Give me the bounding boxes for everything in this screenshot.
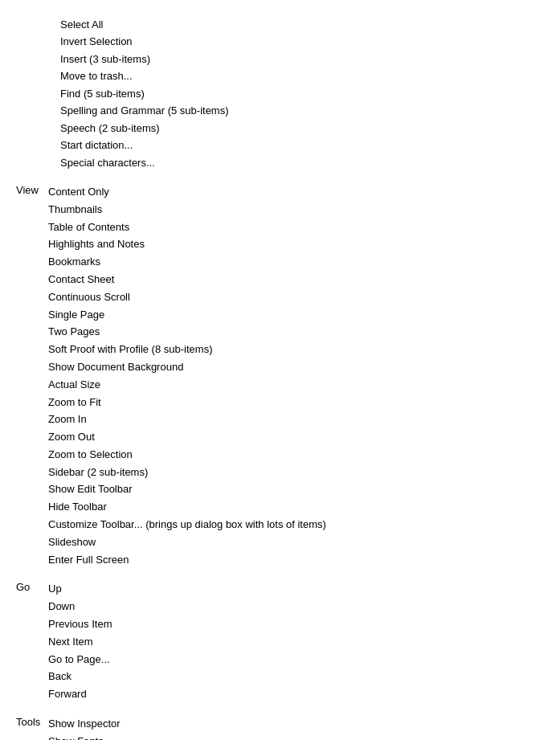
top-items-section: Select AllInvert SelectionInsert (3 sub-… (0, 16, 560, 171)
menu-item[interactable]: Down (48, 599, 112, 615)
menu-item[interactable]: Bookmarks (48, 254, 326, 271)
menu-section-view: ViewContent OnlyThumbnailsTable of Conte… (0, 184, 560, 569)
menu-item[interactable]: Single Page (48, 307, 326, 324)
menu-item[interactable]: Contact Sheet (48, 272, 326, 288)
menu-item[interactable]: Go to Page... (48, 652, 112, 668)
menu-section-tools: ToolsShow InspectorShow FontsShow Magnif… (0, 716, 560, 740)
menu-item[interactable]: Highlights and Notes (48, 236, 326, 253)
section-items: Show InspectorShow FontsShow MagnifierAd… (48, 716, 121, 740)
menu-item[interactable]: Zoom In (48, 411, 326, 428)
menu-item[interactable]: Show Inspector (48, 716, 121, 733)
menu-item[interactable]: Previous Item (48, 616, 112, 633)
menu-item[interactable]: Find (5 sub-items) (60, 85, 560, 102)
menu-item[interactable]: Move to trash... (60, 67, 560, 84)
menu-item[interactable]: Thumbnails (48, 202, 326, 219)
menu-item[interactable]: Content Only (48, 184, 326, 201)
menu-item[interactable]: Forward (48, 686, 112, 703)
menu-item[interactable]: Soft Proof with Profile (8 sub-items) (48, 341, 326, 358)
menu-item[interactable]: Zoom to Selection (48, 447, 326, 464)
menu-item[interactable]: Select All (60, 16, 560, 33)
section-items: Content OnlyThumbnailsTable of ContentsH… (48, 184, 326, 569)
section-label: Tools (0, 716, 48, 740)
section-label: View (0, 184, 48, 569)
menu-item[interactable]: Two Pages (48, 324, 326, 341)
menu-item[interactable]: Speech (2 sub-items) (60, 120, 560, 137)
menu-item[interactable]: Slideshow (48, 534, 326, 551)
menu-item[interactable]: Actual Size (48, 377, 326, 394)
menu-item[interactable]: Zoom to Fit (48, 395, 326, 411)
menu-item[interactable]: Special characters... (60, 154, 560, 171)
section-label: Go (0, 581, 48, 703)
menu-item[interactable]: Back (48, 668, 112, 685)
menu-item[interactable]: Enter Full Screen (48, 552, 326, 569)
menu-item[interactable]: Zoom Out (48, 429, 326, 446)
menu-section-go: GoUpDownPrevious ItemNext ItemGo to Page… (0, 581, 560, 703)
menu-item[interactable]: Next Item (48, 634, 112, 651)
menu-item[interactable]: Sidebar (2 sub-items) (48, 464, 326, 481)
menu-item[interactable]: Hide Toolbar (48, 499, 326, 516)
menu-container: ViewContent OnlyThumbnailsTable of Conte… (0, 184, 560, 740)
menu-item[interactable]: Continuous Scroll (48, 289, 326, 306)
menu-item[interactable]: Table of Contents (48, 219, 326, 236)
menu-item[interactable]: Start dictation... (60, 137, 560, 153)
menu-item[interactable]: Insert (3 sub-items) (60, 51, 560, 67)
menu-item[interactable]: Show Document Background (48, 359, 326, 376)
menu-item[interactable]: Show Fonts (48, 734, 121, 740)
menu-item[interactable]: Invert Selection (60, 33, 560, 50)
section-items: UpDownPrevious ItemNext ItemGo to Page..… (48, 581, 112, 703)
menu-item[interactable]: Customize Toolbar... (brings up dialog b… (48, 517, 326, 534)
menu-item[interactable]: Spelling and Grammar (5 sub-items) (60, 102, 560, 119)
menu-item[interactable]: Show Edit Toolbar (48, 481, 326, 498)
menu-item[interactable]: Up (48, 581, 112, 598)
